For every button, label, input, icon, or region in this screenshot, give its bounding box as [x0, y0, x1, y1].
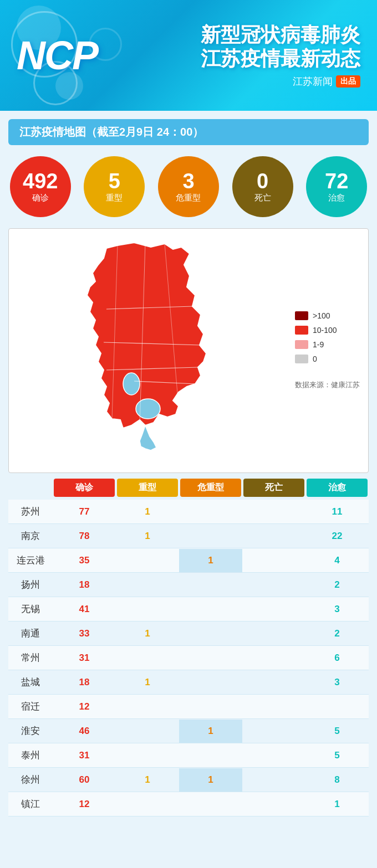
td-severe-8: [116, 695, 179, 718]
td-recovered-4: 3: [305, 598, 369, 621]
table-body: 苏州 77 1 11 南京 78 1 22 连云港 35 1 4 扬州 18 2…: [8, 500, 369, 816]
header-title: 新型冠状病毒肺炎 江苏疫情最新动态 江苏新闻 出品: [103, 23, 360, 88]
svg-point-0: [136, 399, 160, 419]
td-recovered-1: 22: [305, 525, 369, 548]
stat-death: 0 死亡: [232, 156, 293, 217]
severe-number: 5: [109, 171, 120, 192]
table-row: 南通 33 1 2: [8, 622, 369, 646]
td-critical-3: [179, 573, 242, 597]
td-critical-8: [179, 695, 242, 718]
td-recovered-6: 6: [305, 646, 369, 670]
legend-label-10-100: 10-100: [313, 326, 337, 335]
td-recovered-5: 2: [305, 622, 369, 645]
td-city-2: 连云港: [8, 548, 53, 572]
td-severe-9: [116, 720, 179, 743]
td-severe-2: [116, 549, 179, 572]
td-severe-1: 1: [116, 525, 179, 548]
legend-color-gt100: [295, 311, 308, 320]
td-critical-1: [179, 525, 242, 548]
data-source-label: 数据来源：健康江苏: [295, 380, 360, 390]
recovered-label: 治愈: [328, 193, 345, 203]
td-confirmed-1: 78: [53, 525, 116, 548]
table-row: 盐城 18 1 3: [8, 670, 369, 695]
severe-label: 重型: [106, 193, 123, 203]
page-header: NCP 新型冠状病毒肺炎 江苏疫情最新动态 江苏新闻 出品: [0, 0, 377, 111]
td-severe-10: [116, 744, 179, 767]
td-recovered-10: 5: [305, 744, 369, 767]
td-confirmed-7: 18: [53, 671, 116, 694]
td-death-2: [242, 549, 305, 572]
td-recovered-7: 3: [305, 671, 369, 694]
td-death-5: [242, 622, 305, 645]
td-city-5: 南通: [8, 622, 53, 645]
stats-row: 492 确诊 5 重型 3 危重型 0 死亡 72 治愈: [0, 145, 377, 228]
td-critical-10: [179, 744, 242, 767]
td-confirmed-2: 35: [53, 549, 116, 572]
map-svg-area: [17, 237, 284, 464]
td-confirmed-4: 41: [53, 598, 116, 621]
td-confirmed-6: 31: [53, 646, 116, 670]
td-critical-0: [179, 500, 242, 523]
td-city-10: 泰州: [8, 743, 53, 767]
td-severe-5: 1: [116, 622, 179, 645]
legend-item-0: 0: [295, 355, 360, 363]
td-city-9: 淮安: [8, 719, 53, 743]
td-confirmed-8: 12: [53, 695, 116, 718]
th-confirmed: 确诊: [54, 479, 115, 497]
td-severe-3: [116, 573, 179, 597]
td-death-11: [242, 768, 305, 792]
table-row: 淮安 46 1 5: [8, 719, 369, 743]
td-death-3: [242, 573, 305, 597]
td-death-1: [242, 525, 305, 548]
table-row: 南京 78 1 22: [8, 524, 369, 548]
table-row: 镇江 12 1: [8, 792, 369, 816]
table-row: 连云港 35 1 4: [8, 548, 369, 573]
title-line1: 新型冠状病毒肺炎 江苏疫情最新动态: [201, 23, 360, 70]
th-critical: 危重型: [180, 479, 241, 497]
td-recovered-9: 5: [305, 720, 369, 743]
td-confirmed-5: 33: [53, 622, 116, 645]
td-recovered-2: 4: [305, 549, 369, 572]
table-row: 泰州 31 5: [8, 743, 369, 768]
td-death-7: [242, 671, 305, 694]
legend-label-0: 0: [313, 355, 317, 363]
td-recovered-11: 8: [305, 768, 369, 792]
td-confirmed-12: 12: [53, 793, 116, 816]
td-critical-5: [179, 622, 242, 645]
legend-color-1-9: [295, 340, 308, 349]
legend-item-1-9: 1-9: [295, 340, 360, 349]
stat-recovered: 72 治愈: [306, 156, 367, 217]
table-row: 宿迁 12: [8, 695, 369, 719]
source-badge: 出品: [336, 75, 360, 88]
td-recovered-12: 1: [305, 793, 369, 816]
header-source: 江苏新闻 出品: [293, 75, 360, 88]
td-critical-6: [179, 646, 242, 670]
map-legend: >100 10-100 1-9 0 数据来源：健康江苏: [284, 311, 360, 390]
td-city-11: 徐州: [8, 768, 53, 792]
td-city-3: 扬州: [8, 573, 53, 597]
stat-confirmed: 492 确诊: [10, 156, 71, 217]
critical-label: 危重型: [176, 193, 201, 203]
jiangsu-map: [62, 237, 240, 464]
td-critical-7: [179, 671, 242, 694]
map-container: >100 10-100 1-9 0 数据来源：健康江苏: [8, 228, 369, 473]
death-label: 死亡: [254, 193, 271, 203]
td-death-6: [242, 646, 305, 670]
source-label: 江苏新闻: [293, 75, 333, 88]
td-recovered-0: 11: [305, 500, 369, 523]
td-death-9: [242, 720, 305, 743]
th-recovered: 治愈: [307, 479, 368, 497]
td-death-0: [242, 500, 305, 523]
td-critical-11: 1: [179, 768, 242, 792]
td-critical-4: [179, 598, 242, 621]
table-row: 无锡 41 3: [8, 597, 369, 622]
td-city-1: 南京: [8, 524, 53, 548]
legend-item-gt100: >100: [295, 311, 360, 320]
table-row: 常州 31 6: [8, 646, 369, 670]
td-death-10: [242, 744, 305, 767]
legend-label-gt100: >100: [313, 311, 330, 320]
td-death-8: [242, 695, 305, 718]
td-city-6: 常州: [8, 646, 53, 670]
recovered-number: 72: [325, 171, 348, 192]
legend-item-10-100: 10-100: [295, 326, 360, 335]
